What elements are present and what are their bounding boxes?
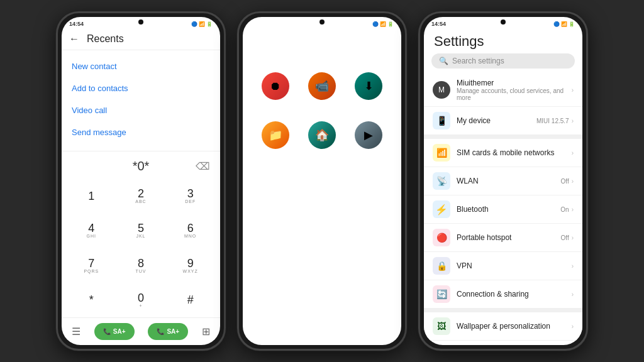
key-6[interactable]: 6MNO (165, 213, 215, 248)
dialpad-text: *0* (133, 159, 150, 173)
divider-1 (62, 151, 220, 151)
app-recorder[interactable]: ⏺ Recorder (255, 72, 296, 115)
settings-item-connection[interactable]: 🔄 Connection & sharing › (424, 280, 582, 309)
screen-recorder-label: Screen Recorder (302, 102, 342, 115)
key-7[interactable]: 7PQRS (67, 248, 116, 283)
chevron-icon: › (572, 206, 574, 213)
recorder-icon: ⏺ (262, 72, 289, 100)
phone-1-screen: 14:54 🔵 📶 🔋 ← Recents New contact Add to… (62, 17, 220, 345)
miuithemer-title: Miuithemer (457, 79, 565, 87)
bluetooth-title: Bluetooth (457, 205, 554, 214)
key-star[interactable]: * (67, 283, 116, 317)
phone-2-screen: 14:54 🔵 📶 🔋 Miuithemer ⏺ Recorder 📹 Scre… (243, 17, 401, 345)
phone-2: 14:54 🔵 📶 🔋 Miuithemer ⏺ Recorder 📹 Scre… (237, 11, 407, 351)
app-downloads[interactable]: ⬇ Downloads (348, 72, 389, 115)
recorder-label: Recorder (264, 102, 287, 109)
menu-add-contact[interactable]: Add to contacts (62, 77, 220, 99)
settings-title: Settings (424, 31, 582, 53)
mi-home-label: Mi Home (311, 151, 333, 158)
menu-send-message[interactable]: Send message (62, 121, 220, 143)
call-button-2[interactable]: 📞 SA+ (148, 323, 188, 340)
menu-icon[interactable]: ☰ (72, 326, 80, 337)
menu-new-contact[interactable]: New contact (62, 55, 220, 77)
key-1[interactable]: 1 (67, 178, 116, 213)
mydevice-value: MIUI 12.5.7 (536, 118, 569, 124)
app-file-manager[interactable]: 📁 File Manager (255, 121, 296, 158)
settings-list: M Miuithemer Manage accounts, cloud serv… (424, 74, 582, 345)
downloads-icon: ⬇ (355, 72, 382, 100)
bluetooth-right: On › (560, 206, 574, 213)
contacts-icon[interactable]: ⊞ (202, 326, 210, 337)
mydevice-content: My device (457, 116, 530, 125)
bluetooth-content: Bluetooth (457, 205, 554, 214)
recents-title: Recents (87, 33, 124, 45)
status-time-3: 14:54 (431, 21, 446, 27)
bottom-bar-1: ☰ 📞 SA+ 📞 SA+ ⊞ (62, 317, 220, 345)
settings-item-miuithemer[interactable]: M Miuithemer Manage accounts, cloud serv… (424, 74, 582, 107)
search-placeholder: Search settings (452, 57, 504, 65)
status-icons-3: 🔵 📶 🔋 (553, 21, 575, 27)
mi-video-icon: ▶ (355, 121, 382, 149)
wallpaper-icon: 🖼 (433, 317, 450, 335)
delete-button[interactable]: ⌫ (196, 160, 210, 172)
key-4[interactable]: 4GHI (67, 213, 116, 248)
wlan-title: WLAN (457, 177, 555, 185)
search-icon: 🔍 (439, 57, 448, 65)
sim-content: SIM cards & mobile networks (457, 148, 565, 157)
key-0[interactable]: 0+ (116, 283, 166, 317)
vpn-title: VPN (457, 261, 565, 270)
menu-video-call[interactable]: Video call (62, 99, 220, 121)
miuithemer-content: Miuithemer Manage accounts, cloud servic… (457, 79, 565, 101)
vpn-right: › (572, 263, 574, 270)
dialpad-grid: 1 2ABC 3DEF 4GHI 5JKL 6MNO 7PQRS 8TUV 9W… (62, 178, 220, 317)
settings-item-mydevice[interactable]: 📱 My device MIUI 12.5.7 › (424, 107, 582, 135)
mydevice-icon: 📱 (433, 112, 450, 129)
call-icon-1: 📞 (103, 328, 111, 335)
settings-item-bluetooth[interactable]: ⚡ Bluetooth On › (424, 195, 582, 224)
wallpaper-content: Wallpaper & personalization (457, 322, 565, 331)
phone-3: 14:54 🔵 📶 🔋 Settings 🔍 Search settings M… (418, 11, 588, 351)
key-9[interactable]: 9WXYZ (165, 248, 215, 283)
app-mi-video[interactable]: ▶ Mi Video (348, 121, 389, 158)
key-5[interactable]: 5JKL (116, 213, 166, 248)
sim-icon: 📶 (433, 144, 450, 162)
connection-right: › (572, 291, 574, 298)
vpn-icon: 🔒 (433, 257, 450, 275)
chevron-icon: › (572, 263, 574, 270)
key-3[interactable]: 3DEF (165, 178, 215, 213)
phone-1: 14:54 🔵 📶 🔋 ← Recents New contact Add to… (56, 11, 226, 351)
key-8[interactable]: 8TUV (116, 248, 166, 283)
settings-item-sim[interactable]: 📶 SIM cards & mobile networks › (424, 139, 582, 167)
call-button-1[interactable]: 📞 SA+ (94, 323, 135, 340)
miuithemer-sub: Manage accounts, cloud services, and mor… (457, 87, 565, 101)
settings-item-vpn[interactable]: 🔒 VPN › (424, 252, 582, 280)
bluetooth-value: On (560, 206, 569, 213)
mydevice-right: MIUI 12.5.7 › (536, 118, 574, 124)
settings-item-wlan[interactable]: 📡 WLAN Off › (424, 167, 582, 195)
back-button[interactable]: ← (69, 33, 79, 45)
recents-menu: New contact Add to contacts Video call S… (62, 50, 220, 148)
status-icons-2: 🔵 📶 🔋 (372, 21, 394, 27)
sim-title: SIM cards & mobile networks (457, 148, 565, 157)
app-screen-recorder[interactable]: 📹 Screen Recorder (302, 72, 342, 115)
settings-item-hotspot[interactable]: 🔴 Portable hotspot Off › (424, 224, 582, 252)
hotspot-title: Portable hotspot (457, 233, 555, 242)
wlan-value: Off (561, 178, 569, 185)
connection-icon: 🔄 (433, 285, 450, 303)
chevron-icon: › (572, 178, 574, 185)
app-grid: ⏺ Recorder 📹 Screen Recorder ⬇ Downloads… (243, 72, 401, 158)
sim-right: › (572, 150, 574, 156)
bluetooth-icon: ⚡ (433, 200, 450, 218)
key-2[interactable]: 2ABC (116, 178, 166, 213)
hotspot-content: Portable hotspot (457, 233, 555, 242)
settings-search-bar[interactable]: 🔍 Search settings (431, 53, 575, 69)
miuithemer-avatar: M (433, 81, 450, 99)
downloads-label: Downloads (355, 102, 383, 109)
app-mi-home[interactable]: 🏠 Mi Home (302, 121, 342, 158)
camera-notch-2 (319, 19, 325, 25)
chevron-icon: › (572, 234, 574, 241)
settings-item-wallpaper[interactable]: 🖼 Wallpaper & personalization › (424, 312, 582, 341)
mi-home-icon: 🏠 (308, 121, 336, 149)
key-hash[interactable]: # (165, 283, 215, 317)
wlan-icon: 📡 (433, 172, 450, 190)
